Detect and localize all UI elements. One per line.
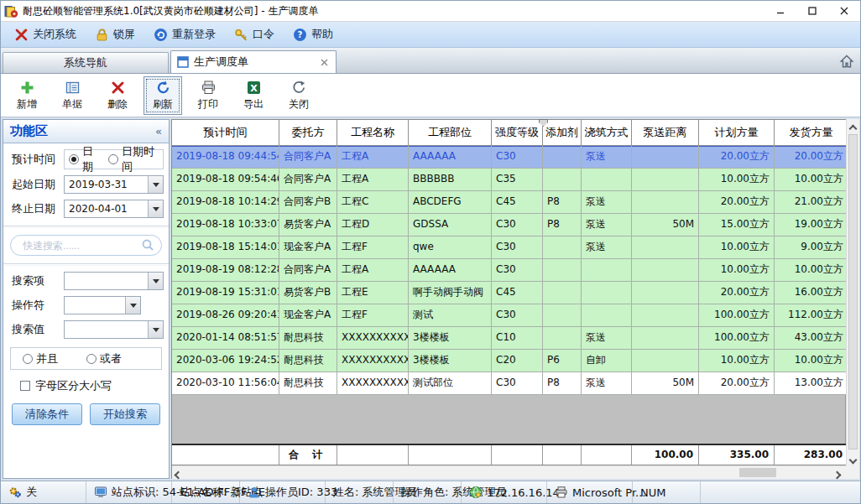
table-row[interactable]: 2019-08-18 10:33:07易货客户A工程DGDSSAC30P8泵送5…: [172, 214, 846, 236]
clear-conditions-button[interactable]: 清除条件: [12, 403, 82, 425]
start-search-button[interactable]: 开始搜索: [90, 403, 160, 425]
case-sensitive-checkbox[interactable]: [20, 381, 30, 391]
cell: qwe: [409, 236, 492, 259]
column-header-6[interactable]: 浇筑方式: [582, 120, 632, 146]
toolbar-button-label: 导出: [243, 97, 264, 112]
column-header-8[interactable]: 计划方量: [699, 120, 775, 146]
cell: C30: [492, 259, 543, 282]
radio-and[interactable]: 并且: [23, 351, 58, 366]
search-value-combo[interactable]: [64, 320, 164, 339]
cell: 9.00立方: [775, 236, 848, 259]
scrollbar-thumb[interactable]: [739, 468, 776, 477]
radio-datetime[interactable]: 日期时间: [108, 144, 159, 174]
document-icon: [65, 80, 81, 96]
cell: C30: [492, 304, 543, 327]
content: 功能区 « 预计时间 日期 日期时间 起始日期 2019-03-31 终止日期: [1, 117, 860, 481]
cell: [543, 327, 582, 350]
dropdown-arrow-icon[interactable]: [148, 200, 163, 217]
search-item-combo[interactable]: [64, 272, 164, 290]
cell: [582, 259, 632, 282]
scrollbar-thumb[interactable]: [848, 134, 858, 449]
cell: P6: [543, 350, 582, 372]
radio-dot: [86, 354, 97, 364]
column-header-9[interactable]: 发货方量: [775, 120, 848, 146]
table-row[interactable]: 2019-08-18 09:54:46合同客户A工程ABBBBBBC3510.0…: [172, 169, 846, 191]
refresh-button[interactable]: 刷新: [144, 76, 182, 115]
operator-combo[interactable]: [64, 296, 141, 314]
cell: 10.00立方: [775, 259, 848, 282]
menu-item-password[interactable]: 口令: [232, 25, 276, 44]
menu-item-lock-screen[interactable]: 锁屏: [93, 25, 137, 44]
close-button[interactable]: [828, 1, 860, 21]
table-row[interactable]: 2019-08-19 15:31:01易货客户B工程E啊手动阀手动阀C4520.…: [172, 282, 846, 304]
delete-button[interactable]: 删除: [98, 76, 137, 115]
export-button[interactable]: X导出: [234, 76, 273, 115]
dropdown-arrow-icon[interactable]: [148, 273, 163, 289]
add-button[interactable]: 新增: [8, 76, 46, 115]
table-row[interactable]: 2019-08-19 08:12:28合同客户A工程AAAAAAAC3010.0…: [172, 259, 846, 282]
tab-production-dispatch[interactable]: 生产调度单: [170, 50, 337, 73]
cell: 21.00立方: [775, 191, 848, 214]
document-button[interactable]: 单据: [53, 76, 91, 115]
print-button[interactable]: 打印: [189, 76, 227, 115]
horizontal-scrollbar[interactable]: [172, 465, 846, 479]
column-header-2[interactable]: 工程名称: [337, 120, 409, 146]
table-row[interactable]: 2019-08-18 09:44:54合同客户A工程AAAAAAAC30泵送20…: [172, 146, 846, 169]
dropdown-arrow-icon[interactable]: [125, 297, 140, 314]
table-row[interactable]: 2019-08-18 15:14:01现金客户A工程FqweC30泵送10.00…: [172, 236, 846, 259]
radio-or[interactable]: 或者: [86, 351, 122, 366]
cell: 工程C: [337, 191, 409, 214]
case-sensitive-label: 字母区分大小写: [35, 378, 112, 393]
cell: 2019-08-18 15:14:01: [172, 236, 279, 259]
menu-item-close-system[interactable]: 关闭系统: [13, 25, 78, 44]
refresh-icon: [155, 80, 171, 96]
column-header-4[interactable]: 强度等级: [492, 120, 543, 146]
maximize-button[interactable]: [796, 1, 828, 21]
menubar: 关闭系统锁屏重新登录口令?帮助: [1, 22, 860, 48]
scroll-down-icon[interactable]: [850, 454, 858, 462]
cell: 泵送: [582, 214, 632, 236]
table-row[interactable]: 2020-03-06 19:24:52耐思科技XXXXXXXXXXX3楼楼板C2…: [172, 350, 846, 372]
cell: C30: [492, 146, 543, 169]
end-date-combo[interactable]: 2020-04-01: [64, 200, 164, 218]
collapse-button[interactable]: «: [155, 125, 162, 138]
tab-system-nav[interactable]: 系统导航: [3, 52, 169, 73]
column-header-7[interactable]: 泵送距离: [632, 120, 699, 146]
tab-close-icon[interactable]: [318, 56, 330, 68]
scroll-right-icon[interactable]: [834, 469, 843, 477]
cell: 50M: [632, 372, 699, 395]
cell: 测试: [409, 304, 492, 327]
table-row[interactable]: 2020-01-14 08:51:57耐思科技XXXXXXXXXXX3楼楼板C1…: [172, 327, 846, 350]
table-row[interactable]: 2019-08-26 09:20:41现金客户A工程F测试C30100.00立方…: [172, 304, 846, 327]
menu-item-help[interactable]: ?帮助: [291, 25, 335, 44]
column-header-3[interactable]: 工程部位: [409, 120, 492, 146]
toolbar-button-label: 打印: [198, 97, 218, 112]
scroll-up-icon[interactable]: [850, 122, 858, 131]
table-row[interactable]: 2020-03-10 11:56:04耐思科技XXXXXXXXXXX测试部位C3…: [172, 372, 846, 395]
column-header-5[interactable]: 添加剂: [543, 120, 582, 146]
home-icon[interactable]: [839, 54, 854, 69]
cell: XXXXXXXXXXX: [337, 350, 409, 372]
column-header-1[interactable]: 委托方: [279, 120, 337, 146]
scroll-left-icon[interactable]: [175, 469, 184, 477]
status-printer: Microsoft Pr...: [547, 481, 633, 503]
cell: [543, 304, 582, 327]
vertical-scrollbar[interactable]: [846, 119, 859, 465]
start-date-combo[interactable]: 2019-03-31: [64, 175, 164, 194]
minimize-button[interactable]: [764, 1, 796, 21]
help-icon: ?: [293, 28, 307, 42]
delete-icon: [110, 80, 126, 96]
column-header-0[interactable]: 预计时间: [172, 120, 279, 146]
menu-item-relogin[interactable]: 重新登录: [152, 25, 217, 44]
dropdown-arrow-icon[interactable]: [148, 176, 163, 193]
quick-search-input[interactable]: [10, 235, 162, 256]
password-icon: [234, 28, 248, 42]
dropdown-arrow-icon[interactable]: [148, 321, 163, 338]
status-ip-address: 172.16.16.149: [462, 481, 547, 503]
table-row[interactable]: 2019-08-18 10:14:29合同客户B工程CABCDEFGC45P8泵…: [172, 191, 846, 214]
close-tab-button[interactable]: 关闭: [279, 76, 318, 115]
svg-text:X: X: [250, 82, 258, 93]
search-item-label: 搜索项: [12, 273, 64, 288]
radio-date[interactable]: 日期: [69, 144, 100, 174]
search-icon[interactable]: [141, 238, 154, 252]
